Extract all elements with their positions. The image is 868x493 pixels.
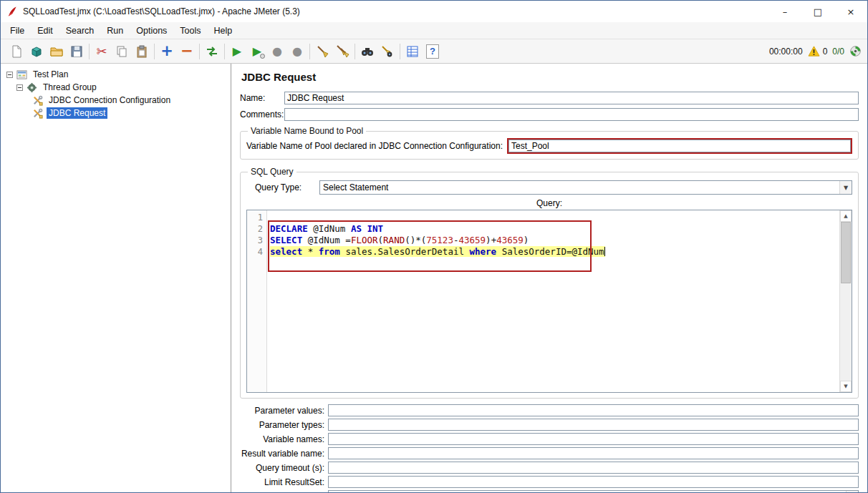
result-variable-name-input[interactable]: [328, 447, 859, 459]
parameter-types-input[interactable]: [328, 419, 859, 431]
limit-resultset-label: Limit ResultSet:: [240, 477, 324, 487]
clear-button[interactable]: [312, 42, 332, 62]
chevron-down-icon[interactable]: ▼: [839, 181, 852, 194]
tree-item-jdbc-connection-configuration[interactable]: JDBC Connection Configuration: [4, 94, 228, 107]
line-number: 2: [247, 223, 263, 235]
tree-item-test-plan[interactable]: Test Plan: [4, 68, 228, 81]
shutdown-button[interactable]: ●: [287, 42, 307, 62]
open-button[interactable]: [47, 42, 67, 62]
clear-all-button[interactable]: [332, 42, 352, 62]
sql-number: 43659: [496, 235, 524, 245]
menu-tools[interactable]: Tools: [173, 24, 207, 38]
tree-item-thread-group[interactable]: Thread Group: [4, 81, 228, 94]
jdbc-request-icon: [32, 108, 43, 119]
handle-resultset-row: Handle ResultSet: Store as String ▼: [240, 490, 859, 492]
close-button[interactable]: ×: [834, 1, 867, 22]
menu-help[interactable]: Help: [208, 24, 239, 38]
line-number: 3: [247, 235, 263, 246]
toolbar-status-cluster: 00:00:00 0 0/0: [769, 45, 862, 57]
scroll-down-icon[interactable]: ▼: [840, 381, 852, 392]
name-input[interactable]: [284, 92, 859, 104]
remove-element-button[interactable]: −: [177, 42, 197, 62]
collapse-handle-icon[interactable]: [16, 84, 23, 91]
toolbar-separator: [89, 44, 90, 59]
tree-item-label: JDBC Connection Configuration: [47, 94, 173, 106]
pool-variable-input[interactable]: [508, 140, 851, 152]
remote-status-icon: [849, 45, 862, 57]
tree-item-label: Thread Group: [41, 82, 99, 93]
query-timeout-label: Query timeout (s):: [240, 463, 324, 473]
scrollbar-thumb[interactable]: [841, 222, 851, 283]
active-threads-count: 0/0: [832, 47, 844, 57]
sql-text: (: [378, 235, 384, 245]
query-type-select[interactable]: Select Statement ▼: [319, 180, 852, 195]
result-variable-name-row: Result variable name:: [240, 447, 859, 459]
variable-names-label: Variable names:: [240, 434, 324, 444]
editor-scrollbar[interactable]: ▲ ▼: [839, 210, 852, 392]
search-button[interactable]: [357, 42, 377, 62]
templates-button[interactable]: [26, 42, 47, 62]
copy-button[interactable]: [112, 42, 132, 62]
play-icon: ▶: [233, 46, 241, 57]
menu-options[interactable]: Options: [130, 24, 173, 38]
annotation-box-pool: [507, 138, 852, 154]
start-no-pauses-button[interactable]: ▶: [247, 42, 267, 62]
comments-input[interactable]: [284, 108, 859, 121]
variable-names-input[interactable]: [328, 433, 859, 445]
search-reset-button[interactable]: [377, 42, 397, 62]
search-reset-icon: [380, 44, 395, 59]
sql-text: ): [524, 235, 529, 245]
save-button[interactable]: [67, 42, 87, 62]
scrollbar-track[interactable]: [840, 283, 852, 381]
query-label: Query:: [246, 198, 852, 208]
sql-query-groupbox: SQL Query Query Type: Select Statement ▼…: [240, 167, 859, 399]
chevron-down-icon[interactable]: ▼: [846, 491, 858, 492]
maximize-button[interactable]: □: [801, 1, 834, 22]
page-title: JDBC Request: [241, 71, 859, 83]
line-number-gutter: 1 2 3 4: [247, 210, 267, 392]
jdbc-config-icon: [32, 95, 43, 106]
error-count: 0: [823, 47, 828, 57]
toolbar-separator: [400, 44, 400, 59]
sql-code-area[interactable]: DECLARE @IdNum AS INT SELECT @IdNum =FLO…: [267, 210, 839, 392]
start-button[interactable]: ▶: [227, 42, 247, 62]
menu-file[interactable]: File: [4, 24, 31, 38]
result-variable-name-label: Result variable name:: [240, 449, 324, 459]
parameter-values-input[interactable]: [328, 404, 859, 416]
open-folder-icon: [49, 44, 64, 59]
sql-text: @IdNum =: [308, 235, 351, 245]
toggle-element-button[interactable]: [202, 42, 222, 62]
scroll-up-icon[interactable]: ▲: [840, 210, 852, 222]
tree-item-jdbc-request[interactable]: JDBC Request: [4, 107, 228, 119]
add-element-button[interactable]: +: [157, 42, 177, 62]
new-plan-button[interactable]: [6, 42, 26, 62]
paste-button[interactable]: [132, 42, 152, 62]
limit-resultset-input[interactable]: [328, 476, 859, 488]
code-line-4-current: select * from sales.SalesOrderDetail whe…: [270, 246, 839, 258]
templates-icon: [29, 44, 44, 59]
handle-resultset-select[interactable]: Store as String ▼: [328, 490, 859, 492]
sql-keyword: DECLARE: [270, 223, 313, 234]
query-type-value: Select Statement: [323, 182, 388, 192]
query-timeout-input[interactable]: [328, 462, 859, 474]
menu-edit[interactable]: Edit: [31, 24, 59, 38]
query-timeout-row: Query timeout (s):: [240, 462, 859, 474]
parameter-values-label: Parameter values:: [240, 406, 324, 416]
menu-search[interactable]: Search: [59, 24, 101, 38]
minimize-button[interactable]: –: [768, 1, 801, 22]
cut-button[interactable]: ✂: [92, 42, 112, 62]
collapse-handle-icon[interactable]: [6, 72, 13, 78]
menu-run[interactable]: Run: [100, 24, 130, 38]
sql-text: SalesOrderID=@IdNum: [502, 246, 604, 257]
sql-keyword: from: [319, 246, 346, 257]
sql-number: 43659: [458, 235, 486, 245]
sql-function: RAND: [383, 235, 405, 245]
log-errors-indicator[interactable]: 0: [808, 46, 828, 57]
pool-row: Variable Name of Pool declared in JDBC C…: [246, 138, 852, 154]
stop-button[interactable]: ●: [267, 42, 287, 62]
function-helper-button[interactable]: [402, 42, 423, 62]
help-button[interactable]: ?: [423, 42, 443, 62]
pool-groupbox-title: Variable Name Bound to Pool: [248, 126, 366, 136]
sql-keyword: AS INT: [351, 223, 383, 234]
toolbar-separator: [355, 44, 355, 59]
